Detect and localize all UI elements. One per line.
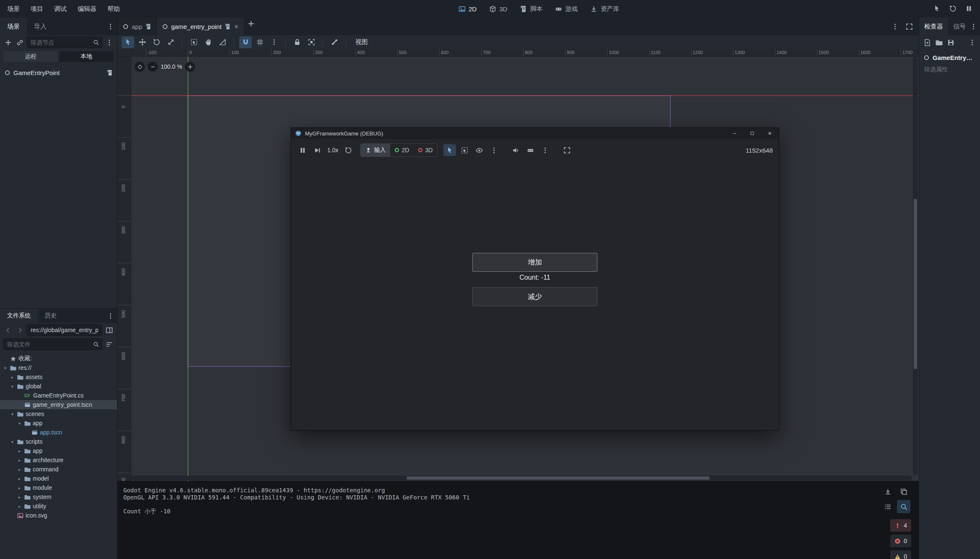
suspend-button[interactable] — [296, 144, 309, 156]
scene-filter-input[interactable] — [30, 39, 91, 46]
new-resource-button[interactable] — [922, 37, 932, 47]
workspace-game[interactable]: 游戏 — [550, 3, 582, 15]
zoom-level-label[interactable]: 100.0 % — [161, 63, 182, 70]
dock-tab-filesystem[interactable]: 文件系统 — [0, 309, 38, 323]
copy-output-button[interactable] — [897, 485, 910, 498]
scene-dock-menu-button[interactable] — [104, 37, 114, 47]
inspector-filter-input[interactable] — [923, 65, 977, 73]
fs-item-model[interactable]: ▸model — [0, 474, 117, 483]
toggle-split-mode-button[interactable] — [104, 325, 114, 335]
vertical-scrollbar[interactable] — [913, 57, 918, 475]
fs-item-scenes-app[interactable]: ▾app — [0, 419, 117, 428]
scene-tab-list-button[interactable] — [889, 21, 901, 32]
menu-editor[interactable]: 编辑器 — [72, 0, 102, 18]
tree-arrow-icon[interactable]: ▾ — [10, 384, 15, 389]
save-resource-button[interactable] — [946, 37, 956, 47]
visibility-button[interactable] — [473, 144, 485, 156]
select-options-button[interactable] — [487, 144, 500, 156]
menu-project[interactable]: 项目 — [25, 0, 49, 18]
grid-snap-toggle[interactable] — [253, 36, 266, 48]
dock-tab-import[interactable]: 导入 — [27, 18, 54, 35]
fs-item-gameentrypoint-cs[interactable]: C#GameEntryPoint.cs — [0, 391, 117, 400]
fs-item-scripts[interactable]: ▾scripts — [0, 437, 117, 446]
tree-arrow-icon[interactable]: ▸ — [17, 504, 22, 509]
tree-arrow-icon[interactable]: ▾ — [3, 366, 8, 370]
list-select-tool[interactable] — [188, 36, 200, 48]
fs-item-icon-svg[interactable]: icon.svg — [0, 511, 117, 520]
ruler-tool[interactable] — [216, 36, 229, 48]
subtab-remote[interactable]: 远程 — [3, 51, 58, 62]
subtab-local[interactable]: 本地 — [59, 51, 114, 62]
dock-tab-inspector[interactable]: 检查器 — [919, 18, 948, 35]
group-button[interactable] — [305, 36, 318, 48]
tree-arrow-icon[interactable]: ▸ — [10, 375, 15, 380]
script-attached-icon[interactable] — [107, 70, 113, 76]
tree-arrow-icon[interactable]: ▸ — [17, 495, 22, 499]
fs-item-system[interactable]: ▸system — [0, 492, 117, 502]
increase-button[interactable]: 增加 — [472, 253, 597, 272]
scene-tree-node-gameentrypoint[interactable]: GameEntryPoint — [0, 67, 117, 78]
distraction-free-button[interactable] — [903, 21, 915, 32]
close-tab-icon[interactable] — [234, 24, 239, 29]
add-node-button[interactable] — [3, 37, 13, 47]
workspace-assetlib[interactable]: 资产库 — [586, 3, 624, 15]
filter-messages-button[interactable] — [881, 500, 894, 513]
instance-scene-button[interactable] — [15, 37, 25, 47]
mode-2d-button[interactable]: 2D — [390, 144, 414, 156]
error-count-badge[interactable]: 0 — [890, 535, 911, 547]
load-resource-button[interactable] — [934, 37, 944, 47]
tree-arrow-icon[interactable]: ▸ — [17, 476, 22, 481]
workspace-2d[interactable]: 2D — [454, 4, 481, 14]
game-window-titlebar[interactable]: MyGFrameworkGame (DEBUG) — [291, 128, 779, 139]
filesystem-options-button[interactable] — [105, 311, 115, 321]
file-filter-input[interactable] — [6, 341, 91, 348]
input-mode-button[interactable]: 输入 — [361, 144, 390, 156]
tree-arrow-icon[interactable]: ▾ — [10, 439, 15, 444]
joypad-button[interactable] — [524, 144, 537, 156]
next-frame-button[interactable] — [311, 144, 323, 156]
path-input[interactable] — [30, 326, 99, 334]
debugger-errors-badge[interactable]: 4 — [890, 519, 911, 532]
rotate-tool[interactable] — [150, 36, 163, 48]
fs-item-app-tscn[interactable]: app.tscn — [0, 428, 117, 437]
debug-pick-button[interactable] — [930, 3, 943, 14]
fs-item-res-root[interactable]: ▾res:// — [0, 363, 117, 372]
smart-snap-toggle[interactable] — [239, 36, 252, 48]
snap-options-button[interactable] — [268, 36, 280, 48]
restart-game-button[interactable] — [946, 3, 959, 14]
center-view-button[interactable] — [135, 62, 145, 72]
tree-arrow-icon[interactable]: ▸ — [17, 449, 22, 453]
fs-item-architecture[interactable]: ▸architecture — [0, 455, 117, 465]
pause-game-button[interactable] — [962, 3, 975, 14]
more-options-button[interactable] — [539, 144, 551, 156]
zoom-out-button[interactable] — [148, 62, 158, 72]
reset-button[interactable] — [342, 144, 354, 156]
fs-item-scripts-app[interactable]: ▸app — [0, 446, 117, 455]
clear-output-button[interactable] — [881, 485, 894, 498]
vertical-scrollbar-handle[interactable] — [914, 199, 917, 369]
fs-item-game-entry-point-tscn[interactable]: game_entry_point.tscn — [0, 400, 117, 409]
move-tool[interactable] — [136, 36, 149, 48]
dock-tab-scene[interactable]: 场景 — [0, 18, 27, 35]
list-select-button[interactable] — [458, 144, 471, 156]
horizontal-scrollbar-handle[interactable] — [407, 476, 710, 480]
workspace-3d[interactable]: 3D — [485, 4, 512, 14]
canvas[interactable]: 100.0 % MyGFrameworkGame (DEBUG) 1.0x输入2… — [131, 57, 919, 481]
menu-help[interactable]: 帮助 — [102, 0, 125, 18]
sort-files-button[interactable] — [104, 339, 114, 349]
fs-item-scenes[interactable]: ▾scenes — [0, 409, 117, 419]
fullscreen-button[interactable] — [560, 144, 573, 156]
tree-arrow-icon[interactable]: ▸ — [17, 458, 22, 463]
tree-arrow-icon[interactable]: ▾ — [10, 412, 15, 416]
skeleton-button[interactable] — [328, 36, 341, 48]
mode-3d-button[interactable]: 3D — [414, 144, 437, 156]
new-scene-tab-button[interactable] — [245, 18, 257, 29]
fs-item-favorites[interactable]: 收藏: — [0, 354, 117, 363]
scene-tab-game-entry-point[interactable]: game_entry_point — [157, 18, 245, 35]
scale-tool[interactable] — [164, 36, 177, 48]
minimize-button[interactable] — [726, 128, 743, 139]
menu-scene[interactable]: 场景 — [2, 0, 25, 18]
fs-item-module[interactable]: ▸module — [0, 483, 117, 492]
menu-debug[interactable]: 调试 — [49, 0, 72, 18]
inspector-extra-button[interactable] — [967, 37, 977, 47]
